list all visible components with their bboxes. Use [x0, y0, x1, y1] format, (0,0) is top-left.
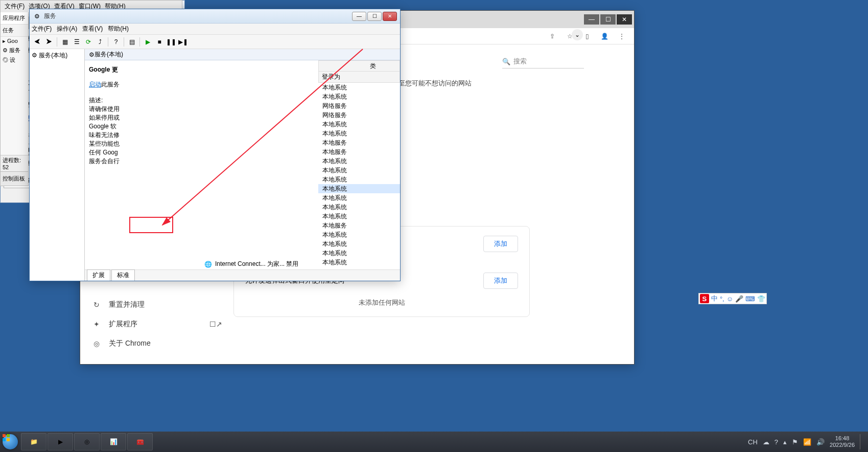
svc-account-row[interactable]: 本地系统	[318, 120, 400, 129]
svc-account-row[interactable]: 本地服务	[318, 138, 400, 147]
svc-account-row[interactable]: 本地系统	[318, 212, 400, 221]
ime-mic-icon[interactable]: 🎤	[735, 295, 743, 303]
control-panel-fragment[interactable]: 控制面板	[0, 172, 29, 186]
profile-icon[interactable]: 👤	[599, 31, 609, 41]
search-icon: 🔍	[502, 58, 510, 65]
taskbar: 📁 ▶ ◎ 📊 🧰 CH ☁ ? ▴ ⚑ 📶 🔊 16:48 2022/9/26	[0, 432, 868, 452]
svc-menu-file[interactable]: 文件(F)	[32, 25, 52, 33]
tray-chevron-icon[interactable]: ▴	[783, 438, 787, 446]
svc-account-row[interactable]: 本地系统	[318, 83, 400, 92]
tray-date: 2022/9/26	[830, 442, 855, 448]
svc-menu-view[interactable]: 查看(V)	[82, 25, 103, 33]
svc-tab-extended[interactable]: 扩展	[87, 269, 110, 281]
props-icon[interactable]: ▤	[126, 36, 137, 48]
add-button-2[interactable]: 添加	[483, 273, 518, 289]
taskbar-taskmgr[interactable]: 📊	[101, 433, 126, 450]
reader-icon[interactable]: ▯	[582, 31, 592, 41]
taskbar-explorer[interactable]: 📁	[21, 433, 46, 450]
tray-clock[interactable]: 16:48 2022/9/26	[830, 435, 855, 448]
svc-account-header[interactable]: 类	[318, 60, 400, 72]
svc-ic-row[interactable]: 🌐 Internet Connect... 为家... 禁用	[203, 260, 318, 268]
taskmgr-proc-count: 进程数: 52	[1, 155, 28, 171]
services-titlebar[interactable]: ⚙ 服务 — ☐ ✕	[30, 9, 400, 24]
svc-account-row[interactable]: 本地服务	[318, 147, 400, 156]
taskmgr-tab-apps[interactable]: 应用程序	[1, 12, 28, 25]
play-icon[interactable]: ▶	[142, 36, 153, 48]
tray-volume-icon[interactable]: 🔊	[816, 438, 825, 446]
ime-shirt-icon[interactable]: 👕	[757, 295, 765, 303]
svc-max-button[interactable]: ☐	[367, 12, 382, 21]
svc-close-button[interactable]: ✕	[383, 12, 397, 21]
share-icon[interactable]: ⇪	[547, 31, 557, 41]
chrome-close-button[interactable]: ✕	[617, 14, 632, 25]
svc-inner-title: 服务(本地)	[95, 50, 123, 59]
grid-icon[interactable]: ▦	[59, 36, 71, 48]
back-icon[interactable]: ⮜	[32, 36, 43, 48]
tray-cloud-icon[interactable]: ☁	[763, 438, 769, 446]
ime-keyboard-icon[interactable]: ⌨	[745, 295, 755, 303]
restart-icon[interactable]: ▶❚	[177, 36, 189, 48]
refresh-icon[interactable]: ⟳	[83, 36, 94, 48]
svc-tab-standard[interactable]: 标准	[111, 269, 135, 281]
tray-lang[interactable]: CH	[748, 438, 758, 446]
svc-start-link[interactable]: 启动	[89, 81, 101, 88]
ime-smile-icon[interactable]: ☺	[726, 295, 733, 303]
svc-account-row[interactable]: 本地系统	[318, 239, 400, 248]
taskmgr-tree-2[interactable]: ⚙ 服务	[1, 46, 28, 55]
services-title: 服务	[44, 12, 352, 20]
kebab-icon[interactable]: ⋮	[617, 31, 627, 41]
services-toolbar: ⮜ ⮞ ▦ ☰ ⟳ ⤴ ? ▤ ▶ ■ ❚❚ ▶❚	[30, 35, 400, 49]
svc-account-row[interactable]: 本地系统	[318, 230, 400, 239]
sidebar-item-about[interactable]: ◎ 关于 Chrome	[85, 334, 228, 353]
chrome-settings-search[interactable]: 🔍 搜索	[502, 55, 584, 69]
taskbar-chrome[interactable]: ◎	[74, 433, 100, 450]
svc-min-button[interactable]: —	[352, 12, 366, 21]
svc-account-row[interactable]: 本地系统	[318, 258, 400, 267]
chrome-max-button[interactable]: ☐	[600, 14, 616, 25]
svc-account-row[interactable]: 本地系统	[318, 166, 400, 175]
svc-account-row[interactable]: 本地系统	[318, 202, 400, 212]
sogou-icon[interactable]: S	[700, 294, 709, 303]
ime-bar[interactable]: S 中 °, ☺ 🎤 ⌨ 👕	[698, 293, 767, 304]
ime-lang[interactable]: 中	[711, 294, 718, 303]
tray-help-icon[interactable]: ?	[775, 438, 778, 446]
taskbar-toolbox[interactable]: 🧰	[127, 433, 153, 450]
services-tree-pane[interactable]: ⚙ 服务(本地)	[30, 49, 85, 281]
taskmgr-tree-1[interactable]: ▸ Goo	[1, 37, 28, 46]
taskmgr-tree-3[interactable]: ◎ 设	[1, 55, 28, 65]
svc-account-row[interactable]: 网络服务	[318, 101, 400, 110]
svc-account-row[interactable]: 本地系统	[318, 156, 400, 166]
svc-account-row[interactable]: 本地系统	[318, 184, 400, 193]
sidebar-label-about: 关于 Chrome	[109, 339, 151, 348]
chrome-search-placeholder: 搜索	[513, 57, 527, 66]
svc-account-row[interactable]: 本地服务	[318, 221, 400, 230]
svc-account-row[interactable]: 本地系统	[318, 129, 400, 138]
svc-account-row[interactable]: 本地系统	[318, 175, 400, 184]
svc-account-list[interactable]: 本地系统本地系统网络服务网络服务本地系统本地系统本地服务本地服务本地系统本地系统…	[318, 83, 400, 267]
svc-menu-help[interactable]: 帮助(H)	[108, 25, 129, 33]
tray-flag-icon[interactable]: ⚑	[792, 438, 798, 446]
svc-login-header[interactable]: 登录为	[318, 72, 400, 83]
forward-icon[interactable]: ⮞	[43, 36, 55, 48]
chrome-min-button[interactable]: —	[584, 14, 599, 25]
stop-icon[interactable]: ■	[154, 36, 165, 48]
svc-account-row[interactable]: 网络服务	[318, 110, 400, 120]
taskmgr-menu-file[interactable]: 文件(F)	[5, 2, 25, 11]
tray-network-icon[interactable]: 📶	[803, 438, 811, 446]
svc-account-row[interactable]: 本地系统	[318, 193, 400, 202]
svc-menu-action[interactable]: 操作(A)	[57, 25, 77, 33]
system-tray: CH ☁ ? ▴ ⚑ 📶 🔊 16:48 2022/9/26	[744, 434, 868, 449]
svc-account-row[interactable]: 本地系统	[318, 92, 400, 101]
list-icon[interactable]: ☰	[71, 36, 82, 48]
help-icon[interactable]: ?	[110, 36, 122, 48]
start-button[interactable]	[0, 432, 20, 452]
sidebar-item-reset[interactable]: ↻ 重置并清理	[85, 295, 228, 314]
sidebar-item-extensions[interactable]: ✦ 扩展程序 ☐↗	[85, 314, 228, 334]
taskbar-mediaplayer[interactable]: ▶	[48, 433, 73, 450]
pause-icon[interactable]: ❚❚	[166, 36, 177, 48]
add-button-1[interactable]: 添加	[483, 236, 518, 252]
show-desktop-button[interactable]	[860, 434, 864, 449]
export-icon[interactable]: ⤴	[95, 36, 106, 48]
chrome-notify-circle[interactable]: ⌄	[572, 29, 583, 40]
svc-account-row[interactable]: 本地系统	[318, 248, 400, 258]
